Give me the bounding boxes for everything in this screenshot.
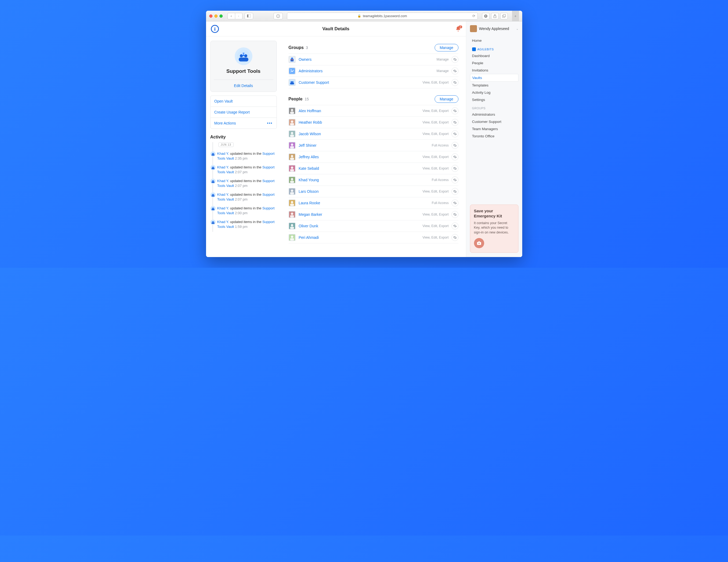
group-settings-button[interactable]: [451, 68, 458, 74]
person-settings-button[interactable]: [451, 223, 458, 230]
person-settings-button[interactable]: [451, 142, 458, 149]
people-section-header: People 15 Manage: [289, 95, 458, 103]
svg-point-10: [214, 27, 215, 28]
svg-rect-94: [478, 241, 480, 242]
person-avatar: [289, 119, 296, 126]
new-tab-button[interactable]: +: [512, 11, 519, 21]
activity-user-link[interactable]: Khad Y.: [217, 152, 229, 156]
share-button[interactable]: [491, 13, 499, 19]
person-settings-button[interactable]: [451, 154, 458, 160]
svg-point-76: [291, 178, 293, 181]
manage-groups-button[interactable]: Manage: [435, 44, 458, 51]
person-settings-button[interactable]: [451, 165, 458, 172]
person-settings-button[interactable]: [451, 107, 458, 114]
reload-icon[interactable]: ⟳: [472, 14, 475, 18]
tabs-button[interactable]: [500, 13, 508, 19]
reader-button[interactable]: [274, 13, 283, 19]
create-usage-report-button[interactable]: Create Usage Report: [211, 107, 277, 118]
person-link[interactable]: Laura Rooke: [299, 201, 320, 205]
nav-group-customer-support[interactable]: Customer Support: [470, 118, 518, 125]
nav-group-administrators[interactable]: Administrators: [470, 111, 518, 118]
person-link[interactable]: Jeff Shiner: [299, 143, 317, 148]
minimize-window-button[interactable]: [214, 14, 218, 18]
person-link[interactable]: Khad Young: [299, 178, 319, 182]
groups-count: 3: [306, 46, 308, 50]
nav-people[interactable]: People: [470, 59, 518, 67]
account-menu[interactable]: Wendy Appleseed ⌄: [470, 25, 518, 32]
svg-rect-80: [290, 192, 294, 194]
back-button[interactable]: ‹: [227, 13, 235, 19]
nav-invitations[interactable]: Invitations: [470, 67, 518, 74]
nav-group-team-managers[interactable]: Team Managers: [470, 125, 518, 133]
notification-badge: 2: [458, 25, 462, 28]
app-logo-icon[interactable]: [211, 25, 219, 33]
nav-activity-log[interactable]: Activity Log: [470, 89, 518, 96]
activity-text: updated items in the: [230, 206, 262, 210]
manage-people-button[interactable]: Manage: [435, 95, 458, 103]
emergency-kit-icon: [474, 238, 484, 248]
group-settings-button[interactable]: [451, 56, 458, 63]
svg-point-70: [291, 155, 293, 158]
activity-text: updated items in the: [230, 165, 262, 169]
activity-user-link[interactable]: Khad Y.: [217, 179, 229, 183]
notifications-button[interactable]: 2: [455, 26, 461, 32]
more-actions-button[interactable]: More Actions•••: [211, 118, 277, 129]
svg-point-61: [291, 121, 293, 123]
activity-text: updated items in the: [230, 152, 262, 156]
people-heading: People: [289, 97, 303, 102]
person-settings-button[interactable]: [451, 188, 458, 195]
emergency-kit-body: It contains your Secret Key, which you n…: [474, 221, 514, 235]
edit-details-button[interactable]: Edit Details: [214, 80, 273, 92]
forward-button[interactable]: ›: [235, 13, 242, 19]
address-bar[interactable]: 🔒 teamagilebits.1password.com ⟳: [287, 13, 478, 20]
group-icon: [289, 56, 296, 63]
person-avatar: [289, 177, 296, 184]
left-panel: Support Tools Edit Details Open Vault Cr…: [206, 36, 281, 257]
emergency-kit-card[interactable]: Save your Emergency Kit It contains your…: [470, 205, 518, 253]
sidebar-toggle-button[interactable]: [245, 13, 253, 19]
person-link[interactable]: Alex Hoffman: [299, 109, 321, 113]
person-link[interactable]: Lars Olsson: [299, 189, 319, 194]
nav-dashboard[interactable]: Dashboard: [470, 52, 518, 59]
nav-templates[interactable]: Templates: [470, 82, 518, 89]
activity-time: 2:07 pm: [235, 197, 248, 201]
person-link[interactable]: Jacob Wilson: [299, 132, 321, 136]
activity-user-link[interactable]: Khad Y.: [217, 206, 229, 210]
person-link[interactable]: Kate Sebald: [299, 166, 319, 171]
activity-user-link[interactable]: Khad Y.: [217, 193, 229, 197]
group-icon: [289, 68, 296, 74]
activity-user-link[interactable]: Khad Y.: [217, 220, 229, 224]
person-link[interactable]: Oliver Dunk: [299, 224, 318, 228]
open-vault-button[interactable]: Open Vault: [211, 96, 277, 107]
maximize-window-button[interactable]: [219, 14, 223, 18]
nav-vaults[interactable]: Vaults: [470, 74, 518, 82]
group-link[interactable]: Owners: [299, 57, 312, 62]
activity-user-link[interactable]: Khad Y.: [217, 165, 229, 169]
group-link[interactable]: Administrators: [299, 69, 323, 73]
browser-toolbar: ‹ › 🔒 teamagilebits.1password.com ⟳ +: [206, 11, 522, 21]
person-settings-button[interactable]: [451, 130, 458, 137]
svg-rect-15: [239, 58, 248, 62]
group-link[interactable]: Customer Support: [299, 80, 329, 85]
downloads-button[interactable]: [482, 13, 490, 19]
person-settings-button[interactable]: [451, 177, 458, 184]
person-settings-button[interactable]: [451, 211, 458, 218]
person-settings-button[interactable]: [451, 119, 458, 126]
person-link[interactable]: Megan Barker: [299, 212, 322, 217]
person-link[interactable]: Peri Ahmadi: [299, 235, 319, 240]
nav-home[interactable]: Home: [470, 37, 518, 44]
vault-card: Support Tools Edit Details: [210, 41, 277, 92]
person-row: Jeffrey AllesView, Edit, Export: [289, 151, 458, 163]
activity-item: Khad Y. updated items in the Support Too…: [217, 150, 277, 163]
nav-group-toronto-office[interactable]: Toronto Office: [470, 133, 518, 140]
group-settings-button[interactable]: [451, 79, 458, 86]
close-window-button[interactable]: [209, 14, 212, 18]
person-settings-button[interactable]: [451, 200, 458, 207]
person-link[interactable]: Heather Robb: [299, 120, 322, 125]
activity-date: JUN 13: [218, 143, 234, 147]
svg-rect-56: [290, 83, 294, 84]
person-settings-button[interactable]: [451, 234, 458, 241]
person-link[interactable]: Jeffrey Alles: [299, 155, 319, 159]
nav-settings[interactable]: Settings: [470, 96, 518, 103]
svg-point-17: [244, 53, 245, 55]
